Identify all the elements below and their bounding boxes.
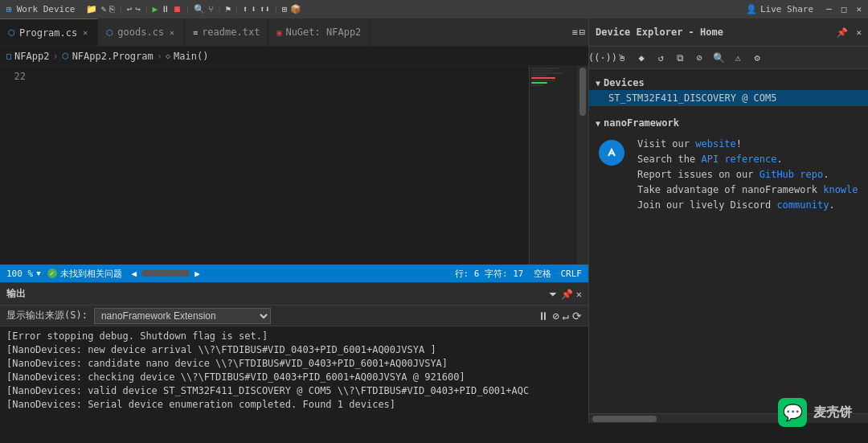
de-icon-refresh[interactable]: ↺ [652,49,669,67]
output-find[interactable]: ⟳ [572,310,582,322]
de-icon-settings[interactable]: ⚙ [748,49,766,67]
tb-pack[interactable]: ⊞ [282,4,288,14]
tab-label-readme: readme.txt [202,27,260,38]
tab-goods-cs[interactable]: ⬡ goods.cs ✕ [98,18,185,46]
de-icon-usb[interactable]: 🖱 [613,49,631,67]
de-icon-wireless[interactable]: ((·)) [594,49,612,67]
de-nano-link4[interactable]: knowle [823,184,858,195]
tb-icon-1[interactable]: 📁 [86,4,97,14]
tab-close-goods-cs[interactable]: ✕ [168,27,176,38]
tb-icon-2[interactable]: ✎ [100,4,106,14]
de-icon-search[interactable]: 🔍 [710,49,727,67]
editor-content[interactable]: 22 [0,66,588,265]
tabs-overflow-icon[interactable]: ≡ [572,27,578,38]
tab-readme-txt[interactable]: ≡ readme.txt [185,18,268,46]
de-content[interactable]: ▼ Devices ST_STM32F411_DISCOVERY @ COM5 … [589,69,868,413]
de-nano-link3[interactable]: GitHub repo [760,169,823,180]
de-icon-disable[interactable]: ⊘ [690,49,708,67]
tb-git[interactable]: ⑂ [208,4,214,14]
de-pin-icon[interactable]: 📌 [837,27,848,38]
de-nano-text7: Take advantage of nanoFramework [637,184,823,195]
status-nav: ◀ ▶ [132,269,200,279]
de-nano-logo [599,140,624,166]
tb-redo[interactable]: ↪ [135,4,141,14]
live-share-label: Live Share [760,4,813,14]
de-nano-arrow: ▼ [596,119,600,128]
output-line-6: [NanoDevices: Serial device enumeration … [6,398,582,412]
nav-right[interactable]: ▶ [194,269,200,279]
output-actions: ⏸ ⊘ ↵ ⟳ [538,310,582,322]
live-share-button[interactable]: 👤 Live Share [746,4,813,14]
de-nano-link1[interactable]: website [695,138,736,150]
de-device-item[interactable]: ST_STM32F411_DISCOVERY @ COM5 [589,90,868,106]
output-clear[interactable]: ⊘ [552,310,559,322]
de-nano-line-2: Search the API reference. [637,152,858,167]
tab-close-program-cs[interactable]: ✕ [81,27,89,38]
breadcrumb-class[interactable]: ⬡ NFApp2.Program [62,51,154,62]
output-scroll-lock[interactable]: ⏸ [538,310,549,322]
tb-more1[interactable]: ⬆ [243,4,248,14]
tab-program-cs[interactable]: ⬡ Program.cs ✕ [0,18,98,46]
de-nano-text-block: Visit our website! Search the API refere… [637,137,858,213]
minimize-button[interactable]: ─ [826,4,832,14]
nav-left[interactable]: ◀ [132,269,137,279]
de-scrollbar-thumb-h[interactable] [592,416,657,422]
encoding-status[interactable]: CRLF [561,269,583,279]
tb-search[interactable]: 🔍 [194,4,205,14]
output-line-4: [NanoDevices: checking device \\?\FTDIBU… [6,371,582,384]
close-button[interactable]: ✕ [856,4,862,14]
output-wrap[interactable]: ↵ [563,310,569,322]
breadcrumb-method[interactable]: ◇ Main() [166,51,208,62]
zoom-dropdown-icon: ▼ [36,269,40,277]
de-devices-section: ▼ Devices ST_STM32F411_DISCOVERY @ COM5 [589,76,868,106]
status-no-issues[interactable]: ✓ 未找到相关问题 [47,268,122,280]
output-source-select[interactable]: nanoFramework Extension [94,308,271,324]
tb-stop[interactable]: ⏹ [173,4,182,14]
tb-more3[interactable]: ⬆⬇ [260,4,270,14]
tb-deploy[interactable]: 📦 [290,4,301,14]
tb-debug[interactable]: ⏸ [161,4,170,14]
de-icon-connect[interactable]: ⧉ [671,49,689,67]
tab-nuget[interactable]: ▣ NuGet: NFApp2 [268,18,370,46]
tb-bookmark[interactable]: ⚑ [225,4,231,14]
status-right: 行: 6 字符: 17 空格 CRLF [455,268,582,280]
output-source-row: 显示输出来源(S): nanoFramework Extension ⏸ ⊘ ↵… [0,306,588,326]
output-toolbar: 输出 ⏷ 📌 ✕ [0,283,588,306]
tb-undo[interactable]: ↩ [127,4,133,14]
mini-line-green [531,82,547,84]
tb-sep: | [118,4,124,14]
status-zoom[interactable]: 100 % ▼ [6,269,41,279]
de-nano-content: Visit our website! Search the API refere… [589,130,868,219]
editor-scrollbar[interactable] [577,66,588,265]
de-icon-warning[interactable]: ⚠ [729,49,747,67]
de-nano-text6: . [823,169,829,180]
output-title: 输出 [6,287,26,301]
scrollbar-thumb[interactable] [579,68,586,116]
no-issues-label: 未找到相关问题 [60,268,122,280]
tb-run[interactable]: ▶ [153,4,158,14]
code-area[interactable] [32,66,529,265]
output-pin-icon[interactable]: 📌 [561,289,573,300]
output-content[interactable]: [Error stopping debug. Shutdown flag is … [0,326,588,423]
tabs-split-icon[interactable]: ⊟ [579,27,585,38]
tb-icon-3[interactable]: ⎘ [109,4,115,14]
line-col-status[interactable]: 行: 6 字符: 17 [455,268,524,280]
de-nano-header[interactable]: ▼ nanoFramework [589,116,868,130]
de-devices-header[interactable]: ▼ Devices [589,76,868,90]
tab-label-goods-cs: goods.cs [117,27,164,38]
tb-more2[interactable]: ⬇ [251,4,256,14]
de-nano-text5: Report issues on our [637,169,760,180]
output-collapse-icon[interactable]: ⏷ [548,289,558,300]
de-icon-diamond[interactable]: ◆ [633,49,650,67]
de-nano-link5[interactable]: community [776,199,829,211]
mini-line-4 [531,75,547,76]
output-close-icon[interactable]: ✕ [576,289,582,300]
mini-line-1 [531,68,559,69]
breadcrumb-project[interactable]: □ NFApp2 [6,51,49,62]
title-bar-right: 👤 Live Share ─ □ ✕ [746,4,862,14]
nav-scroll[interactable] [141,270,190,277]
space-status[interactable]: 空格 [534,268,551,280]
de-nano-link2[interactable]: API reference [701,154,776,165]
maximize-button[interactable]: □ [841,4,847,14]
de-close-icon[interactable]: ✕ [856,27,862,38]
